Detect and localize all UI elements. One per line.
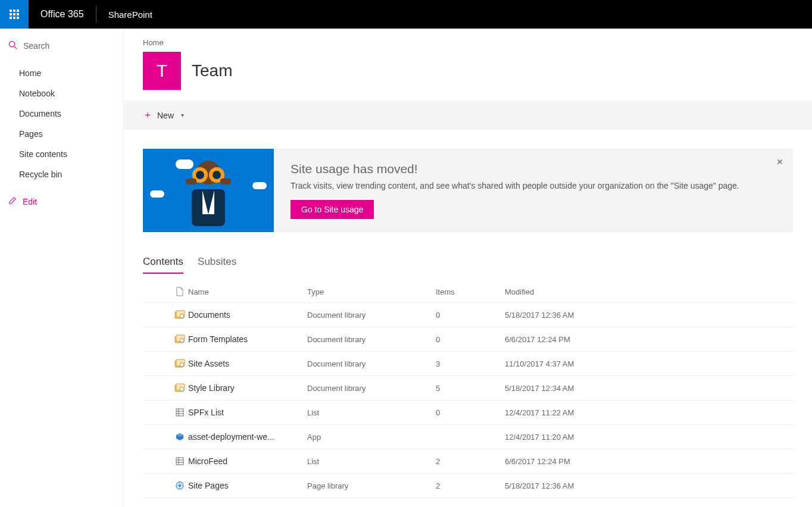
row-items: 2 — [436, 457, 505, 466]
column-header-items[interactable]: Items — [436, 287, 505, 296]
table-row[interactable]: Form TemplatesDocument library06/6/2017 … — [143, 327, 793, 352]
row-modified: 5/18/2017 12:36 AM — [505, 311, 793, 320]
nav-list: Home Notebook Documents Pages Site conte… — [0, 60, 123, 190]
row-type: Document library — [307, 311, 436, 320]
column-header-type[interactable]: Type — [307, 287, 436, 296]
row-items: 2 — [436, 481, 505, 490]
content-tabs: Contents Subsites — [124, 232, 812, 274]
table-row[interactable]: Site AssetsDocument library311/10/2017 4… — [143, 352, 793, 376]
svg-point-7 — [196, 171, 204, 179]
waffle-icon — [10, 10, 19, 19]
tab-contents[interactable]: Contents — [143, 256, 183, 274]
suite-app-label[interactable]: SharePoint — [96, 10, 164, 20]
row-modified: 12/4/2017 11:22 AM — [505, 408, 793, 417]
row-type-icon — [171, 334, 188, 344]
tab-subsites[interactable]: Subsites — [198, 256, 236, 274]
row-items: 0 — [436, 335, 505, 344]
search-box[interactable]: Search — [0, 37, 123, 60]
row-type-icon — [171, 359, 188, 368]
banner-description: Track visits, view trending content, and… — [291, 181, 776, 190]
row-modified: 6/6/2017 12:24 PM — [505, 457, 793, 466]
row-modified: 12/4/2017 11:20 AM — [505, 433, 793, 442]
command-bar: ＋ New ▾ — [124, 101, 812, 130]
go-to-site-usage-button[interactable]: Go to Site usage — [291, 200, 374, 219]
row-type-icon — [171, 432, 188, 442]
nav-item-documents[interactable]: Documents — [0, 104, 123, 124]
suite-product-label[interactable]: Office 365 — [29, 9, 96, 20]
column-header-icon[interactable] — [171, 287, 188, 296]
row-modified: 11/10/2017 4:37 AM — [505, 359, 793, 368]
row-name[interactable]: Form Templates — [188, 334, 307, 344]
row-type: App — [307, 433, 436, 442]
chevron-down-icon: ▾ — [181, 112, 184, 118]
edit-nav-label: Edit — [23, 197, 37, 206]
svg-rect-23 — [176, 409, 183, 416]
main-content: Home T Team ＋ New ▾ — [124, 29, 812, 507]
page-header: Home T Team — [124, 29, 812, 101]
banner-close-button[interactable]: ✕ — [776, 157, 783, 167]
row-type-icon — [171, 456, 188, 466]
table-row[interactable]: Site PagesPage library25/18/2017 12:36 A… — [143, 474, 793, 498]
table-row[interactable]: Style LibraryDocument library55/18/2017 … — [143, 376, 793, 400]
pencil-icon — [8, 196, 17, 206]
svg-rect-27 — [176, 458, 183, 465]
new-button-label: New — [157, 111, 174, 120]
svg-point-32 — [179, 484, 182, 487]
app-launcher-button[interactable] — [0, 0, 29, 29]
row-items: 0 — [436, 408, 505, 417]
table-row[interactable]: asset-deployment-we...App12/4/2017 11:20… — [143, 425, 793, 449]
close-icon: ✕ — [776, 157, 783, 167]
row-type: Document library — [307, 359, 436, 368]
row-name[interactable]: Site Assets — [188, 359, 307, 368]
site-logo-tile[interactable]: T — [143, 52, 181, 90]
svg-rect-13 — [180, 314, 183, 318]
row-type-icon — [171, 383, 188, 393]
svg-rect-22 — [180, 387, 183, 391]
search-placeholder: Search — [23, 41, 49, 51]
table-row[interactable]: SPFx ListList012/4/2017 11:22 AM — [143, 400, 793, 425]
suite-bar: Office 365 SharePoint — [0, 0, 812, 29]
row-items: 0 — [436, 311, 505, 320]
svg-rect-16 — [180, 339, 183, 342]
nav-item-home[interactable]: Home — [0, 63, 123, 83]
row-name[interactable]: Style Library — [188, 383, 307, 393]
row-type: Document library — [307, 335, 436, 344]
row-items: 5 — [436, 384, 505, 393]
breadcrumb[interactable]: Home — [143, 38, 793, 47]
svg-line-1 — [14, 46, 17, 49]
search-icon — [8, 40, 17, 51]
contents-table: Name Type Items Modified DocumentsDocume… — [124, 274, 812, 498]
svg-rect-10 — [220, 179, 231, 184]
row-name[interactable]: asset-deployment-we... — [188, 432, 307, 442]
left-nav: Search Home Notebook Documents Pages Sit… — [0, 29, 124, 507]
row-type: List — [307, 408, 436, 417]
row-type-icon — [171, 481, 188, 490]
nav-item-notebook[interactable]: Notebook — [0, 83, 123, 104]
row-type: Document library — [307, 384, 436, 393]
banner-illustration — [143, 149, 274, 232]
edit-nav-link[interactable]: Edit — [0, 190, 123, 212]
svg-point-0 — [9, 41, 14, 46]
site-title[interactable]: Team — [192, 61, 232, 80]
new-button[interactable]: ＋ New ▾ — [143, 105, 184, 125]
nav-item-pages[interactable]: Pages — [0, 124, 123, 144]
row-modified: 5/18/2017 12:34 AM — [505, 384, 793, 393]
table-row[interactable]: DocumentsDocument library05/18/2017 12:3… — [143, 303, 793, 327]
nav-item-site-contents[interactable]: Site contents — [0, 144, 123, 164]
column-header-modified[interactable]: Modified — [505, 287, 793, 296]
nav-item-recycle-bin[interactable]: Recycle bin — [0, 164, 123, 184]
table-row[interactable]: MicroFeedList26/6/2017 12:24 PM — [143, 449, 793, 474]
row-type-icon — [171, 310, 188, 320]
row-name[interactable]: Documents — [188, 310, 307, 320]
svg-rect-9 — [186, 179, 196, 184]
site-usage-banner: Site usage has moved! Track visits, view… — [143, 149, 793, 232]
column-header-name[interactable]: Name — [188, 287, 307, 296]
row-type: Page library — [307, 481, 436, 490]
row-name[interactable]: Site Pages — [188, 481, 307, 490]
row-type: List — [307, 457, 436, 466]
row-name[interactable]: SPFx List — [188, 408, 307, 417]
row-items: 3 — [436, 359, 505, 368]
plus-icon: ＋ — [143, 109, 152, 121]
row-modified: 6/6/2017 12:24 PM — [505, 335, 793, 344]
row-name[interactable]: MicroFeed — [188, 456, 307, 466]
